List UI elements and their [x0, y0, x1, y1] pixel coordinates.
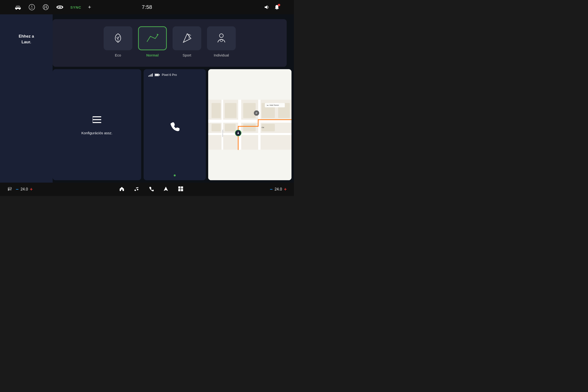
- eco-mode-icon-box[interactable]: [104, 26, 132, 50]
- svg-rect-49: [178, 189, 180, 191]
- left-temp-plus[interactable]: +: [30, 187, 33, 192]
- svg-marker-46: [164, 187, 168, 191]
- svg-point-1: [16, 8, 17, 10]
- svg-rect-30: [212, 124, 221, 132]
- svg-rect-22: [238, 100, 241, 150]
- bottom-widgets-row: Konfigurációs assz.: [53, 67, 294, 182]
- svg-rect-28: [225, 103, 237, 118]
- svg-rect-18: [159, 74, 160, 76]
- eco-mode-label: Eco: [115, 53, 121, 57]
- left-temp-control: − 24.0 +: [16, 187, 33, 192]
- svg-rect-27: [212, 103, 221, 118]
- svg-text:halom utca: halom utca: [222, 130, 224, 137]
- user-text: Ehhez a Laur.: [4, 34, 49, 45]
- left-climate-section: − 24.0 +: [7, 186, 33, 193]
- phone-device-name: Pixel 6 Pro: [162, 73, 177, 76]
- svg-text:🛏: 🛏: [267, 104, 268, 106]
- right-temp-value: 24.0: [274, 187, 282, 192]
- svg-point-11: [220, 34, 223, 38]
- clock: 7:58: [142, 4, 152, 10]
- toolbar-center-section: [119, 186, 183, 193]
- phone-call-icon: [148, 79, 201, 174]
- main-area: Ehhez a Laur. Eco: [0, 14, 294, 182]
- svg-rect-13: [92, 116, 101, 117]
- svg-rect-23: [258, 100, 260, 150]
- seat-heat-icon[interactable]: [7, 186, 12, 193]
- sport-mode-label: Sport: [182, 53, 191, 57]
- volume-icon[interactable]: [264, 5, 270, 10]
- config-icon: [92, 114, 102, 127]
- svg-rect-15: [92, 122, 101, 123]
- normal-mode-label: Normal: [146, 53, 159, 57]
- normal-mode-button[interactable]: Normal: [138, 26, 167, 57]
- signal-icon: [148, 73, 153, 76]
- right-climate-section: − 24.0 +: [270, 187, 287, 192]
- individual-mode-icon-box[interactable]: [207, 26, 236, 50]
- phone-icon[interactable]: [149, 186, 154, 192]
- status-right-icons: [264, 4, 280, 10]
- svg-rect-19: [155, 74, 159, 76]
- svg-rect-14: [92, 119, 101, 120]
- svg-text:Obi: Obi: [262, 126, 264, 128]
- svg-rect-50: [181, 189, 183, 191]
- svg-text:A: A: [31, 5, 32, 7]
- drive-mode-selector: Eco Normal: [53, 19, 287, 67]
- svg-point-10: [58, 7, 61, 8]
- sync-label[interactable]: SYNC: [70, 5, 81, 9]
- bottom-toolbar: − 24.0 +: [0, 182, 294, 196]
- right-temp-control: − 24.0 +: [270, 187, 287, 192]
- left-temp-minus[interactable]: −: [16, 187, 19, 192]
- lane-assist-icon[interactable]: [42, 4, 49, 10]
- phone-widget[interactable]: Pixel 6 Pro: [144, 69, 206, 180]
- svg-rect-3: [17, 6, 19, 8]
- auto-off-icon[interactable]: A OFF: [28, 4, 36, 11]
- phone-header: Pixel 6 Pro: [148, 73, 201, 76]
- svg-text:P: P: [256, 112, 258, 114]
- add-button[interactable]: +: [88, 4, 91, 10]
- svg-rect-21: [208, 120, 292, 123]
- svg-point-2: [19, 8, 20, 10]
- svg-rect-47: [178, 186, 180, 188]
- music-icon[interactable]: [134, 186, 139, 193]
- sport-mode-button[interactable]: Sport: [172, 26, 201, 57]
- notification-dot: [278, 4, 280, 6]
- eco-mode-button[interactable]: Eco: [104, 26, 132, 57]
- center-content: Eco Normal: [53, 14, 294, 182]
- svg-rect-16: [92, 116, 93, 123]
- home-icon[interactable]: [119, 186, 124, 193]
- svg-rect-31: [225, 124, 236, 132]
- status-bar: A OFF SYNC + 7:58: [0, 0, 294, 14]
- navigation-icon[interactable]: [163, 186, 168, 193]
- svg-rect-25: [222, 100, 223, 150]
- svg-rect-35: [243, 124, 256, 132]
- right-temp-plus[interactable]: +: [284, 187, 287, 192]
- svg-rect-24: [208, 133, 292, 135]
- individual-mode-button[interactable]: Individual: [207, 26, 236, 57]
- notification-icon[interactable]: [274, 4, 280, 10]
- apps-icon[interactable]: [178, 186, 183, 193]
- left-panel: Ehhez a Laur.: [0, 14, 53, 182]
- car-icon[interactable]: [14, 4, 22, 10]
- left-temp-value: 24.0: [20, 187, 28, 192]
- svg-text:Hotel Termin: Hotel Termin: [270, 104, 279, 106]
- config-label: Konfigurációs assz.: [81, 131, 112, 135]
- normal-mode-icon-box[interactable]: [138, 26, 167, 50]
- svg-rect-48: [181, 186, 183, 188]
- svg-text:OFF: OFF: [30, 8, 33, 9]
- sport-mode-icon-box[interactable]: [172, 26, 201, 50]
- svg-rect-29: [243, 103, 256, 118]
- map-widget[interactable]: halom utca: [208, 69, 292, 180]
- config-assistant-widget[interactable]: Konfigurációs assz.: [53, 69, 141, 180]
- phone-active-dot: [174, 174, 176, 176]
- individual-mode-label: Individual: [214, 53, 229, 57]
- speed-icon[interactable]: [56, 5, 64, 10]
- right-temp-minus[interactable]: −: [270, 187, 272, 192]
- map-content: halom utca: [208, 69, 292, 180]
